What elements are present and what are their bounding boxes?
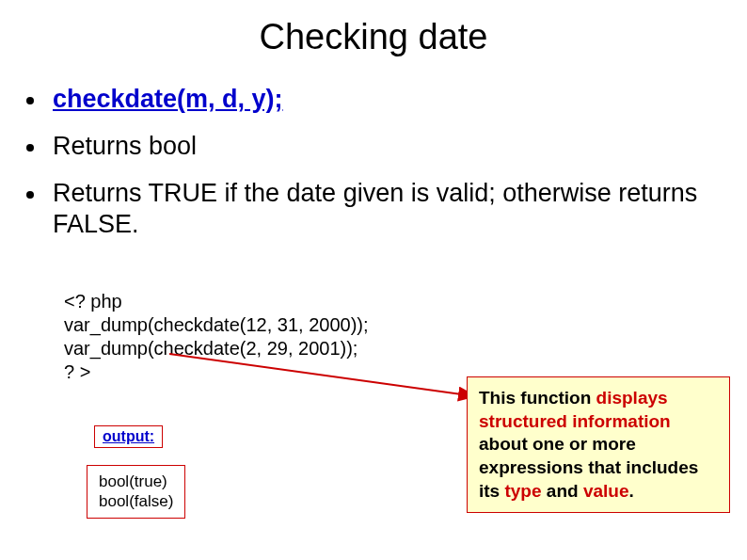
bullet-returns-true-desc: Returns TRUE if the date given is valid;…	[26, 178, 721, 242]
output-box: bool(true) bool(false)	[87, 465, 185, 519]
code-line: ? >	[64, 360, 369, 384]
code-line: var_dump(checkdate(2, 29, 2001));	[64, 337, 369, 360]
desc-text: .	[628, 481, 633, 501]
desc-highlight: value	[583, 481, 629, 501]
desc-text: and	[542, 481, 583, 501]
description-box: This function displays structured inform…	[467, 376, 730, 513]
bullet-returns-bool: Returns bool	[26, 131, 721, 163]
output-line: bool(false)	[99, 491, 173, 511]
output-label-box: output:	[94, 425, 163, 448]
bullet-checkdate-signature: checkdate(m, d, y);	[26, 84, 721, 116]
slide-title: Checking date	[0, 0, 747, 69]
php-code-block: <? php var_dump(checkdate(12, 31, 2000))…	[64, 290, 369, 384]
output-label: output:	[103, 428, 154, 444]
code-line: <? php	[64, 290, 369, 313]
bullet-list: checkdate(m, d, y); Returns bool Returns…	[0, 84, 747, 241]
desc-highlight: type	[504, 481, 541, 501]
code-line: var_dump(checkdate(12, 31, 2000));	[64, 313, 369, 337]
checkdate-link: checkdate(m, d, y);	[53, 85, 283, 113]
desc-text: This function	[479, 388, 596, 408]
output-line: bool(true)	[99, 472, 173, 491]
